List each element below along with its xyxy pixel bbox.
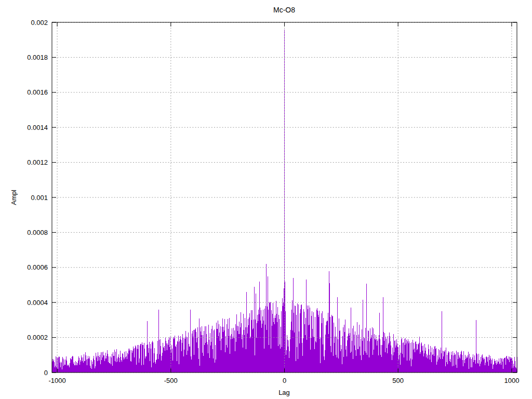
x-tick-label: 500 [392, 377, 404, 384]
x-tick-label: 0 [283, 377, 286, 384]
y-tick-label: 0.002 [31, 19, 48, 26]
y-tick-label: 0.0006 [27, 263, 48, 271]
y-tick-label: 0 [44, 369, 48, 377]
y-tick-label: 0.0012 [27, 158, 48, 166]
y-tick-label: 0.0008 [27, 229, 48, 236]
correlation-chart: -1000-5000500100000.00020.00040.00060.00… [0, 0, 532, 399]
chart-title: Mc-O8 [273, 6, 295, 14]
y-tick-label: 0.0002 [27, 334, 48, 341]
y-axis-label: Ampl [10, 190, 18, 205]
y-tick-label: 0.0018 [27, 54, 48, 61]
x-tick-label: 1000 [504, 377, 519, 384]
y-tick-label: 0.0016 [27, 88, 48, 96]
y-tick-label: 0.001 [31, 194, 48, 202]
x-tick-label: -1000 [48, 377, 65, 384]
x-tick-label: -500 [164, 377, 178, 384]
y-tick-label: 0.0014 [27, 124, 48, 131]
chart-figure: -1000-5000500100000.00020.00040.00060.00… [0, 0, 532, 399]
x-axis-label: Lag [278, 389, 290, 396]
y-tick-label: 0.0004 [27, 299, 48, 307]
